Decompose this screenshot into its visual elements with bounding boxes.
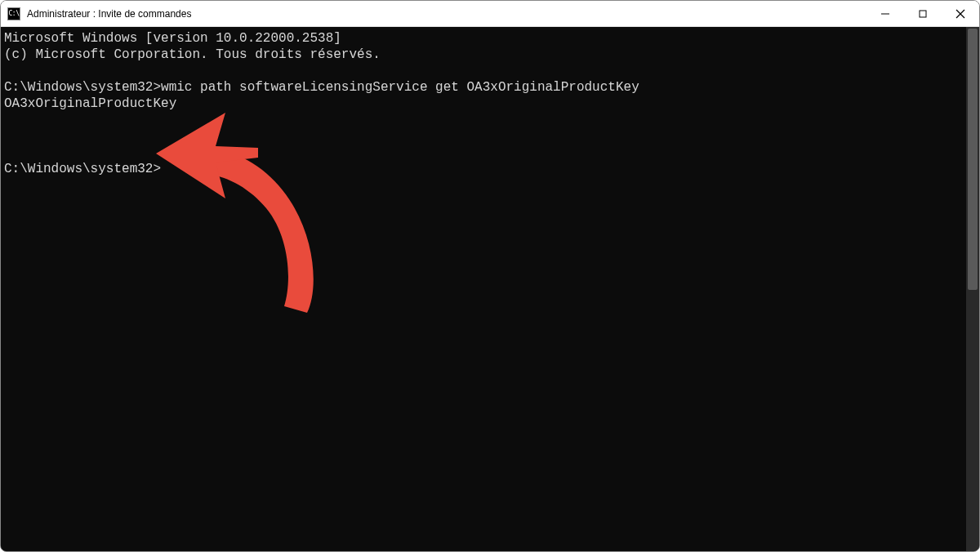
terminal-line: (c) Microsoft Corporation. Tous droits r…: [4, 47, 963, 63]
cmd-icon: C:\: [7, 7, 20, 20]
terminal-line: [4, 145, 963, 161]
window-title: Administrateur : Invite de commandes: [27, 8, 191, 20]
terminal-line: [4, 128, 963, 145]
close-icon: [956, 9, 965, 19]
terminal-line: C:\Windows\system32>wmic path softwareLi…: [4, 79, 963, 96]
minimize-button[interactable]: [866, 1, 904, 26]
terminal-line: OA3xOriginalProductKey: [4, 96, 963, 112]
terminal-line: Microsoft Windows [version 10.0.22000.25…: [4, 30, 963, 47]
cmd-window: C:\ Administrateur : Invite de commandes: [0, 0, 980, 552]
maximize-button[interactable]: [904, 1, 942, 26]
terminal-output[interactable]: Microsoft Windows [version 10.0.22000.25…: [1, 27, 966, 551]
maximize-icon: [919, 10, 927, 18]
terminal-area: Microsoft Windows [version 10.0.22000.25…: [1, 27, 979, 551]
terminal-line: C:\Windows\system32>: [4, 161, 963, 177]
close-button[interactable]: [942, 1, 979, 26]
scrollbar-thumb[interactable]: [968, 29, 978, 290]
titlebar[interactable]: C:\ Administrateur : Invite de commandes: [1, 1, 979, 27]
terminal-line: [4, 63, 963, 79]
window-controls: [866, 1, 979, 26]
minimize-icon: [881, 10, 889, 18]
scrollbar[interactable]: [966, 27, 979, 551]
terminal-line: [4, 112, 963, 128]
svg-rect-1: [920, 11, 926, 17]
